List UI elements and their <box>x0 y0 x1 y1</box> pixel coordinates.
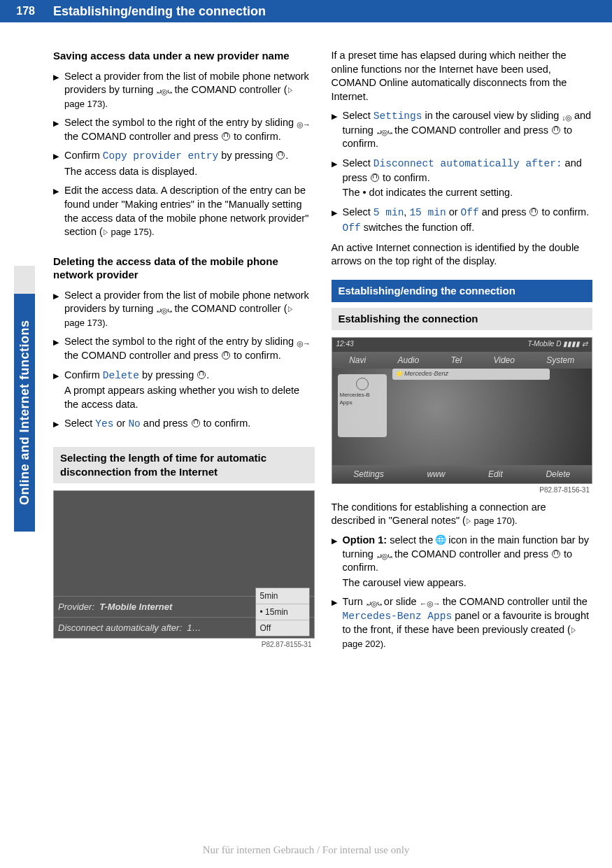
ss-option-15min[interactable]: 15min <box>256 604 309 620</box>
step: ▶ Confirm Delete by pressing . A prompt … <box>53 369 315 412</box>
text: . <box>206 369 209 380</box>
step: ▶ Select 5 min, 15 min or Off and press … <box>332 206 593 236</box>
text: and press <box>141 418 191 429</box>
ss-provider-value: T-Mobile Internet <box>99 601 172 613</box>
step-body: Confirm Delete by pressing . A prompt ap… <box>64 369 315 412</box>
press-icon <box>370 173 380 183</box>
step-body: Turn or slide the COMAND controller unti… <box>343 595 593 650</box>
code-off: Off <box>461 207 479 218</box>
press-icon <box>276 150 285 160</box>
side-tab: Online and Internet functions <box>14 294 35 532</box>
text: Select <box>343 110 373 121</box>
section-establishing: Establishing/ending the connection <box>332 280 593 302</box>
step-body: Select the symbol to the right of the en… <box>64 335 315 362</box>
left-column: Saving access data under a new provider … <box>53 49 315 657</box>
code-settings: Settings <box>373 111 422 122</box>
code-copy-provider: Copy provider entry <box>103 150 218 162</box>
ss-dropdown-menu[interactable]: 5min 15min Off <box>255 588 310 637</box>
text: by pressing <box>139 369 197 380</box>
screenshot-caption: P82.87-8156-31 <box>332 484 593 497</box>
step: ▶ Confirm Copy provider entry by pressin… <box>53 149 315 178</box>
page-ref: page 173). <box>64 318 108 328</box>
text: Confirm <box>64 369 103 380</box>
ss-menu-video[interactable]: Video <box>493 355 514 366</box>
text: to confirm. <box>201 418 251 429</box>
text: to confirm. <box>380 172 430 183</box>
page-ref: page 173). <box>64 99 108 109</box>
step-marker: ▶ <box>332 109 343 151</box>
ss-btn-www[interactable]: www <box>427 469 445 480</box>
text: the COMAND controller and press <box>392 124 551 136</box>
step-body: Select Settings in the carousel view by … <box>343 109 593 151</box>
page-number: 178 <box>0 3 42 19</box>
triangle-icon: ▷ <box>104 227 108 237</box>
text: the COMAND controller until the <box>440 596 588 607</box>
turn-knob-icon <box>366 597 381 606</box>
step-marker: ▶ <box>332 595 343 650</box>
step: ▶ Select the symbol to the right of the … <box>53 116 315 143</box>
text: the COMAND controller and press <box>64 131 221 142</box>
page-title: Establishing/ending the connection <box>42 3 266 20</box>
screenshot-settings: Provider: T-Mobile Internet Disconnect a… <box>53 490 315 651</box>
text: or slide <box>381 596 420 607</box>
step: ▶ Select Yes or No and press to confirm. <box>53 417 315 432</box>
text: to confirm. <box>539 206 589 218</box>
triangle-icon: ▷ <box>288 304 292 314</box>
turn-knob-icon <box>156 304 171 313</box>
globe-icon <box>436 535 446 545</box>
step-body: Select Yes or No and press to confirm. <box>64 417 315 432</box>
press-icon <box>197 370 206 380</box>
triangle-icon: ▷ <box>571 625 576 635</box>
ss-option-off[interactable]: Off <box>256 620 309 636</box>
text: Select the symbol to the right of the en… <box>64 336 297 347</box>
ss-menu-tel[interactable]: Tel <box>451 355 462 366</box>
ss-time: 12:43 <box>336 339 354 350</box>
subsection-establishing: Establishing the connection <box>332 308 593 330</box>
side-tab-stub <box>14 266 35 294</box>
ss-btn-delete[interactable]: Delete <box>546 469 570 480</box>
code-delete: Delete <box>103 370 139 381</box>
footer-watermark: Nur für internen Gebrauch / For internal… <box>0 843 612 857</box>
slide-down-icon <box>562 111 571 120</box>
step-body: Option 1: select the icon in the main fu… <box>343 534 593 590</box>
step-marker: ▶ <box>332 157 343 200</box>
step-marker: ▶ <box>53 289 64 330</box>
text: the COMAND controller and press <box>392 548 551 560</box>
text: Select <box>343 157 373 169</box>
page-header: 178 Establishing/ending the connection <box>0 0 612 22</box>
ss-apps-panel[interactable]: Mercedes-B Apps <box>338 374 387 437</box>
step: ▶ Select a provider from the list of mob… <box>53 289 315 330</box>
text: in the carousel view by sliding <box>422 110 562 121</box>
step: ▶ Edit the access data. A description of… <box>53 184 315 239</box>
slide-right-icon <box>297 336 310 346</box>
ss-address-bar[interactable]: ⭐ Mercedes-Benz <box>392 369 550 380</box>
text: Select the symbol to the right of the en… <box>64 117 297 128</box>
step-body: Select 5 min, 15 min or Off and press to… <box>343 206 593 236</box>
result-text: The access data is displayed. <box>64 165 315 179</box>
step-body: Select the symbol to the right of the en… <box>64 116 315 143</box>
turn-knob-icon <box>376 549 392 559</box>
step: ▶ Turn or slide the COMAND controller un… <box>332 595 593 650</box>
ss-menu-audio[interactable]: Audio <box>398 355 420 366</box>
text: Select <box>64 418 95 429</box>
step-marker: ▶ <box>53 184 64 239</box>
text: select the <box>387 534 436 546</box>
ss-menu-system[interactable]: System <box>546 355 574 366</box>
text: . <box>285 150 288 161</box>
result-text: The carousel view appears. <box>343 576 593 590</box>
step-marker: ▶ <box>53 116 64 143</box>
ss-btn-settings[interactable]: Settings <box>353 469 383 480</box>
ss-btn-edit[interactable]: Edit <box>488 469 503 480</box>
text: Turn <box>343 596 366 607</box>
ss-disconnect-value: 1… <box>187 622 201 634</box>
press-icon <box>191 418 201 428</box>
press-icon <box>551 125 561 135</box>
turn-knob-icon <box>376 125 392 135</box>
code-disconnect-auto: Disconnect automatically after: <box>373 158 562 169</box>
code-off2: Off <box>343 222 361 234</box>
ss-option-5min[interactable]: 5min <box>256 588 309 604</box>
ss-menu-navi[interactable]: Navi <box>349 355 366 366</box>
text: the COMAND controller and press <box>64 350 221 361</box>
triangle-icon: ▷ <box>467 515 471 526</box>
text: and press <box>479 206 529 218</box>
